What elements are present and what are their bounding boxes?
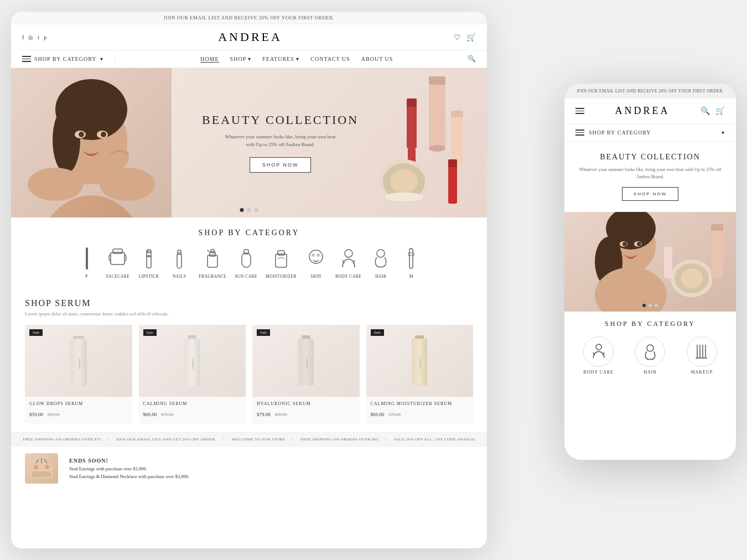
pinterest-icon[interactable]: p: [44, 34, 46, 40]
product-name-4: CALMING MOISTURIZER SERUM: [371, 401, 469, 406]
nails-icon: [168, 246, 190, 271]
ticker-bar: FREE SHIPPING ON ORDERS OVER $75 | JOIN …: [11, 432, 487, 446]
phone-cat-makeup[interactable]: MAKEUP: [687, 336, 717, 375]
phone-category-label: SHOP BY CATEGORY: [589, 129, 651, 136]
instagram-icon[interactable]: ◎: [28, 34, 33, 40]
phone-hair-icon: [635, 336, 665, 367]
phone-hero-dots: [642, 304, 658, 307]
wishlist-icon[interactable]: ♡: [454, 33, 461, 42]
site-logo[interactable]: ANDREA: [218, 30, 282, 44]
category-item-m[interactable]: M: [400, 246, 422, 279]
phone-dot-1[interactable]: [642, 304, 646, 307]
category-item-nails[interactable]: NAILS: [168, 246, 190, 279]
phone-logo[interactable]: ANDREA: [584, 105, 701, 117]
fragrance-icon: [201, 246, 224, 271]
phone-top-banner: JOIN OUR EMAIL LIST AND RECEIVE 20% OFF …: [564, 84, 736, 98]
ticker-item-4: FREE SHIPPING ON ORDERS OVER $85: [300, 437, 378, 442]
svg-rect-37: [211, 250, 214, 253]
svg-point-77: [637, 242, 641, 246]
category-item-facecare[interactable]: FACECARE: [106, 246, 130, 279]
svg-rect-84: [664, 240, 672, 247]
hero-dots: [240, 208, 258, 212]
svg-point-21: [390, 169, 418, 194]
products-grid: Sale ANDREA GLOW DROPS SERUM $59.00 $89.…: [25, 325, 473, 424]
product-info-1: GLOW DROPS SERUM $59.00 $89.00: [25, 397, 132, 418]
ticker-separator-1: |: [108, 437, 109, 442]
phone-hero-cta[interactable]: SHOP NOW: [622, 187, 678, 201]
phone-hero-subtitle: Whatever your summer looks like, bring y…: [575, 166, 725, 180]
nav-home[interactable]: HOME: [200, 56, 219, 63]
search-icon[interactable]: 🔍: [468, 55, 476, 63]
twitter-icon[interactable]: t: [38, 34, 39, 40]
nav-about[interactable]: ABOUT US: [361, 56, 393, 63]
hero-cta-button[interactable]: SHOP NOW: [250, 157, 312, 173]
facebook-icon[interactable]: f: [22, 34, 24, 40]
nav-features[interactable]: FEATURES ▾: [262, 56, 299, 63]
svg-rect-40: [276, 254, 287, 267]
svg-point-12: [109, 144, 129, 169]
product-old-price-4: $79.00: [388, 412, 401, 417]
product-badge-4: Sale: [371, 329, 384, 336]
svg-text:ANDREA: ANDREA: [419, 358, 422, 370]
category-item-fragrance[interactable]: FRAGRANCE: [199, 246, 226, 279]
phone-search-icon[interactable]: 🔍: [701, 106, 710, 116]
hero-dot-3[interactable]: [255, 208, 258, 212]
hero-dot-1[interactable]: [240, 208, 244, 212]
hair-icon: [370, 246, 392, 271]
p-label: P: [85, 274, 88, 279]
svg-point-15: [429, 145, 445, 152]
svg-point-6: [28, 168, 83, 201]
svg-point-10: [79, 132, 84, 137]
hamburger-icon: [22, 56, 31, 62]
skin-label: SKIN: [310, 274, 321, 279]
phone-dot-2[interactable]: [649, 304, 652, 307]
category-item-lipstick[interactable]: LIPSTICK: [138, 246, 160, 279]
hero-cta-text: SHOP NOW: [262, 162, 299, 168]
scene: JOIN OUR EMAIL LIST AND RECEIVE 20% OFF …: [11, 12, 736, 548]
product-info-3: HYALURONIC SERUM $79.00 $89.00: [252, 397, 360, 418]
facecare-label: FACECARE: [106, 274, 130, 279]
product-badge-1: Sale: [29, 329, 43, 336]
svg-rect-28: [111, 252, 124, 265]
cart-icon[interactable]: 🛒: [466, 33, 476, 42]
category-item-moisturizer[interactable]: MOISTURIZER: [266, 246, 297, 279]
hero-dot-2[interactable]: [247, 208, 251, 212]
svg-point-7: [100, 168, 155, 201]
phone-hamburger-icon[interactable]: [575, 108, 584, 114]
category-dropdown[interactable]: SHOP BY CATEGORY ▾: [22, 56, 115, 62]
phone-category-title: SHOP BY CATEGORY: [573, 320, 728, 328]
phone-hero-content: BEAUTY COLLECTION Whatever your summer l…: [564, 142, 736, 212]
product-badge-3: Sale: [257, 329, 270, 336]
nav-shop[interactable]: SHOP ▾: [230, 56, 252, 63]
nav-links: HOME SHOP ▾ FEATURES ▾ CONTACT US ABOUT …: [126, 56, 468, 63]
category-item-skin[interactable]: SKIN: [305, 246, 327, 279]
category-item-hair[interactable]: HAIR: [370, 246, 392, 279]
phone-category-dropdown[interactable]: SHOP BY CATEGORY ▾: [564, 124, 736, 142]
product-name-3: HYALURONIC SERUM: [257, 401, 355, 406]
product-old-price-1: $89.00: [48, 412, 60, 417]
product-price-row-2: $69.00 $79.00: [143, 408, 242, 418]
phone-dot-3[interactable]: [655, 304, 658, 307]
svg-point-46: [377, 250, 385, 257]
svg-text:ANDREA: ANDREA: [191, 358, 194, 370]
product-info-4: CALMING MOISTURIZER SERUM $69.00 $79.00: [366, 397, 474, 418]
phone-cat-hair[interactable]: HAIR: [635, 336, 665, 375]
category-item-p[interactable]: P: [76, 246, 98, 279]
nav-contact[interactable]: CONTACT US: [310, 56, 350, 63]
product-price-1: $59.00: [29, 412, 43, 417]
badge-text-3: Sale: [260, 330, 267, 335]
hero-products-illustration: [362, 71, 479, 217]
category-grid: P FACECARE LIPSTICK: [22, 246, 476, 279]
phone-makeup-label: MAKEUP: [691, 370, 713, 375]
fragrance-label: FRAGRANCE: [199, 274, 226, 279]
tablet-device: JOIN OUR EMAIL LIST AND RECEIVE 20% OFF …: [11, 12, 487, 548]
category-item-suncare[interactable]: SUN CARE: [235, 246, 257, 279]
category-section-title: SHOP BY CATEGORY: [22, 229, 476, 237]
phone-cat-bodycare[interactable]: BODY CARE: [583, 336, 614, 375]
category-item-bodycare[interactable]: BODY CARE: [335, 246, 361, 279]
hero-title: BEAUTY COLLECTION: [202, 113, 359, 127]
promo-line1: Stud Earrings with purchase over $1,000.: [69, 466, 147, 471]
phone-category-grid: BODY CARE HAIR MAKEUP: [573, 336, 728, 375]
product-card-1: Sale ANDREA GLOW DROPS SERUM $59.00 $89.…: [25, 325, 132, 424]
phone-cart-icon[interactable]: 🛒: [715, 106, 725, 116]
